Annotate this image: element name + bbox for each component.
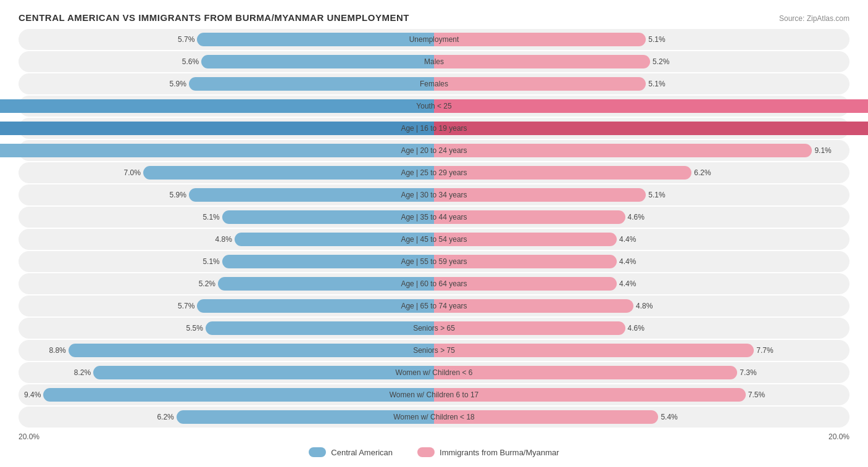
legend-item-left: Central American: [309, 447, 393, 457]
chart-row: Age | 16 to 19 years 18.8% 15.6%: [19, 118, 849, 139]
right-bar: [434, 55, 650, 68]
left-value: 5.9%: [170, 191, 186, 199]
left-bar: [0, 99, 434, 113]
row-label: Age | 65 to 74 years: [401, 302, 467, 310]
chart-row: Age | 45 to 54 years 4.8% 4.4%: [19, 229, 849, 250]
row-inner: Age | 55 to 59 years 5.1% 4.4%: [19, 251, 849, 272]
legend-color-right: [417, 447, 435, 457]
right-value: 6.2%: [694, 168, 711, 177]
right-bar: [434, 122, 868, 135]
left-bar: [43, 388, 434, 402]
row-inner: Females 5.9% 5.1%: [19, 73, 849, 94]
left-bar: [69, 344, 434, 357]
left-bar: [189, 77, 434, 91]
right-value: 5.1%: [648, 80, 665, 88]
right-value: 4.4%: [619, 235, 636, 244]
left-bar: [93, 366, 434, 379]
chart-row: Age | 20 to 24 years 10.6% 9.1%: [19, 140, 849, 161]
right-bar: [434, 166, 691, 180]
row-label: Women w/ Children < 18: [393, 413, 475, 421]
row-label: Age | 45 to 54 years: [401, 235, 467, 244]
right-value: 7.5%: [748, 391, 765, 399]
row-inner: Age | 60 to 64 years 5.2% 4.4%: [19, 273, 849, 294]
chart-row: Seniors > 75 8.8% 7.7%: [19, 340, 849, 361]
left-value: 5.9%: [170, 80, 186, 88]
row-inner: Women w/ Children 6 to 17 9.4% 7.5%: [19, 384, 849, 405]
row-label: Males: [424, 57, 444, 66]
row-label: Women w/ Children 6 to 17: [390, 391, 479, 399]
right-value: 4.6%: [628, 324, 645, 333]
row-label: Age | 60 to 64 years: [401, 279, 467, 288]
row-inner: Age | 20 to 24 years 10.6% 9.1%: [19, 140, 849, 161]
right-value: 7.7%: [756, 346, 773, 355]
left-value: 5.1%: [202, 213, 219, 221]
axis-left: 20.0%: [19, 432, 40, 441]
chart-row: Females 5.9% 5.1%: [19, 73, 849, 94]
left-value: 5.7%: [178, 35, 194, 44]
row-inner: Males 5.6% 5.2%: [19, 51, 849, 72]
left-value: 7.0%: [124, 168, 141, 177]
chart-row: Women w/ Children < 6 8.2% 7.3%: [19, 362, 849, 383]
right-value: 4.8%: [636, 302, 653, 310]
chart-row: Age | 65 to 74 years 5.7% 4.8%: [19, 295, 849, 316]
row-inner: Women w/ Children < 6 8.2% 7.3%: [19, 362, 849, 383]
row-label: Age | 16 to 19 years: [401, 124, 467, 133]
legend-color-left: [309, 447, 326, 457]
chart-row: Age | 30 to 34 years 5.9% 5.1%: [19, 184, 849, 205]
right-value: 4.4%: [619, 279, 636, 288]
right-value: 7.3%: [740, 368, 756, 377]
left-value: 8.8%: [49, 346, 65, 355]
left-value: 8.2%: [74, 368, 91, 377]
left-value: 5.7%: [178, 302, 194, 310]
row-inner: Seniors > 75 8.8% 7.7%: [19, 340, 849, 361]
chart-row: Age | 55 to 59 years 5.1% 4.4%: [19, 251, 849, 272]
chart-area: Unemployment 5.7% 5.1% Males 5.6% 5.2% F…: [19, 29, 849, 428]
left-bar: [0, 144, 434, 157]
row-label: Seniors > 75: [413, 346, 455, 355]
left-value: 5.6%: [182, 57, 199, 66]
right-value: 9.1%: [814, 146, 831, 155]
axis-right: 20.0%: [828, 432, 849, 441]
row-label: Age | 30 to 34 years: [401, 191, 467, 199]
row-label: Women w/ Children < 6: [396, 368, 473, 377]
row-label: Youth < 25: [416, 102, 451, 110]
left-value: 4.8%: [215, 235, 232, 244]
left-value: 6.2%: [157, 413, 173, 421]
chart-row: Unemployment 5.7% 5.1%: [19, 29, 849, 50]
right-bar: [434, 99, 868, 113]
row-inner: Age | 25 to 29 years 7.0% 6.2%: [19, 162, 849, 183]
right-value: 4.6%: [628, 213, 645, 221]
right-value: 5.1%: [648, 35, 665, 44]
right-bar: [434, 33, 646, 46]
right-bar: [434, 366, 737, 379]
left-value: 5.1%: [202, 257, 219, 266]
right-bar: [434, 344, 754, 357]
right-bar: [434, 77, 646, 91]
right-bar: [434, 388, 746, 402]
row-inner: Age | 16 to 19 years 18.8% 15.6%: [19, 118, 849, 139]
chart-container: CENTRAL AMERICAN VS IMMIGRANTS FROM BURM…: [0, 0, 868, 467]
legend-label-right: Immigrants from Burma/Myanmar: [440, 448, 559, 457]
left-bar: [201, 55, 434, 68]
row-label: Age | 25 to 29 years: [401, 168, 467, 177]
chart-row: Women w/ Children < 18 6.2% 5.4%: [19, 407, 849, 428]
right-value: 5.1%: [648, 191, 665, 199]
row-label: Age | 35 to 44 years: [401, 213, 467, 221]
chart-row: Seniors > 65 5.5% 4.6%: [19, 318, 849, 339]
row-inner: Youth < 25 12.2% 10.6%: [19, 96, 849, 117]
axis-row: 20.0% 20.0%: [19, 432, 849, 441]
row-inner: Seniors > 65 5.5% 4.6%: [19, 318, 849, 339]
row-inner: Age | 45 to 54 years 4.8% 4.4%: [19, 229, 849, 250]
left-bar: [143, 166, 434, 180]
left-bar: [197, 33, 434, 46]
legend-item-right: Immigrants from Burma/Myanmar: [417, 447, 559, 457]
chart-row: Age | 60 to 64 years 5.2% 4.4%: [19, 273, 849, 294]
chart-row: Youth < 25 12.2% 10.6%: [19, 96, 849, 117]
left-bar: [206, 321, 434, 335]
row-inner: Age | 30 to 34 years 5.9% 5.1%: [19, 184, 849, 205]
chart-row: Women w/ Children 6 to 17 9.4% 7.5%: [19, 384, 849, 405]
row-inner: Age | 35 to 44 years 5.1% 4.6%: [19, 207, 849, 228]
right-value: 5.4%: [661, 413, 677, 421]
row-inner: Women w/ Children < 18 6.2% 5.4%: [19, 407, 849, 428]
row-label: Females: [420, 80, 448, 88]
